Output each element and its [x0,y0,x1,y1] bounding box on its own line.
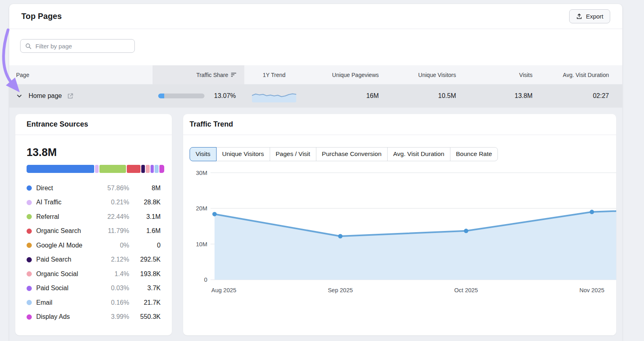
source-value: 193.8K [129,270,161,278]
source-color-dot [27,286,32,291]
source-color-dot [27,185,32,191]
external-link-icon[interactable] [67,93,74,100]
source-color-dot [27,300,32,305]
source-value: 292.5K [129,256,161,263]
tab-unique-visitors[interactable]: Unique Visitors [216,147,270,161]
source-row-direct: Direct57.86%8M [27,181,161,195]
sort-descending-icon [231,72,237,77]
column-header-page[interactable]: Page [9,72,153,78]
source-value: 3.1M [129,213,161,220]
entrance-sources-body: 13.8M Direct57.86%8MAI Traffic0.21%28.8K… [15,135,172,324]
search-icon [25,43,32,50]
svg-text:Aug 2025: Aug 2025 [211,287,236,293]
source-label: Referral [36,213,100,220]
tab-purchase-conversion[interactable]: Purchase Conversion [316,147,388,161]
source-row-paid-social: Paid Social0.03%3.7K [27,281,161,296]
column-header-avg-visit-duration[interactable]: Avg. Visit Duration [533,72,609,78]
entrance-sources-stacked-bar [27,165,161,173]
svg-text:30M: 30M [196,170,207,176]
source-color-dot [27,200,32,205]
bar-segment-paid-search [141,165,145,173]
column-header-visits[interactable]: Visits [456,72,533,78]
source-label: Paid Social [36,285,100,292]
source-percent: 22.44% [100,213,129,220]
source-color-dot [27,243,32,248]
source-row-display-ads: Display Ads3.99%550.3K [27,310,161,324]
column-header-unique-pageviews[interactable]: Unique Pageviews [304,72,379,78]
bar-segment-organic-social [146,165,150,173]
source-color-dot [27,257,32,262]
source-percent: 3.99% [100,313,129,320]
tab-bounce-rate[interactable]: Bounce Rate [450,147,498,161]
svg-text:Oct 2025: Oct 2025 [454,287,478,293]
source-percent: 57.86% [100,185,129,192]
svg-text:10M: 10M [196,241,207,247]
column-header-unique-visitors[interactable]: Unique Visitors [379,72,456,78]
source-percent: 0.03% [100,285,129,292]
traffic-share-bar-fill [158,94,164,98]
trend-sparkline-cell [244,89,304,102]
source-label: Email [36,299,100,306]
source-color-dot [27,271,32,277]
source-value: 0 [129,242,161,249]
source-row-paid-search: Paid Search2.12%292.5K [27,253,161,267]
page-title: Top Pages [21,12,62,21]
export-button[interactable]: Export [569,9,610,23]
svg-text:0: 0 [204,277,207,283]
unique-pageviews-value: 16M [304,92,379,100]
tab-avg-visit-duration[interactable]: Avg. Visit Duration [387,147,450,161]
svg-text:Nov 2025: Nov 2025 [579,287,604,293]
bar-segment-email [155,165,159,173]
source-value: 1.6M [129,227,161,235]
avg-visit-duration-value: 02:27 [533,92,609,100]
entrance-sources-panel: Entrance Sources 13.8M Direct57.86%8MAI … [15,114,172,335]
source-percent: 0.16% [100,299,129,306]
source-percent: 1.4% [100,270,129,278]
bar-segment-direct [27,165,94,173]
source-label: AI Traffic [36,199,100,206]
source-value: 21.7K [129,299,161,306]
page-cell: Home page [9,92,153,100]
chevron-down-icon[interactable] [16,93,23,99]
svg-text:20M: 20M [196,205,207,212]
table-row[interactable]: Home page 13.07% 16M 10.5M 13.8M 02:27 [9,84,622,108]
source-label: Paid Search [36,256,100,263]
source-value: 3.7K [129,285,161,292]
bar-segment-paid-social [151,165,154,173]
one-year-trend-sparkline [252,89,296,102]
unique-visitors-value: 10.5M [379,92,456,100]
entrance-sources-title: Entrance Sources [15,114,172,135]
tab-pages-visit[interactable]: Pages / Visit [270,147,316,161]
filter-input-wrapper[interactable] [20,39,135,53]
source-label: Organic Search [36,227,100,235]
page-name[interactable]: Home page [29,92,62,100]
metric-tabs: VisitsUnique VisitorsPages / VisitPurcha… [190,147,498,161]
filter-input[interactable] [35,43,130,50]
source-label: Display Ads [36,313,100,320]
tab-visits[interactable]: Visits [190,147,217,161]
source-label: Direct [36,185,100,192]
traffic-trend-body: VisitsUnique VisitorsPages / VisitPurcha… [183,135,616,298]
export-icon [576,13,582,20]
bar-segment-organic-search [127,165,140,173]
filter-row [9,29,622,65]
source-label: Organic Social [36,270,100,278]
source-color-dot [27,214,32,219]
traffic-trend-chart: 010M20M30MAug 2025Sep 2025Oct 2025Nov 20… [190,168,616,298]
traffic-share-cell: 13.07% [153,92,244,100]
table-header: Page Traffic Share 1Y Trend Unique Pagev… [9,65,622,84]
source-percent: 0.21% [100,199,129,206]
visits-value: 13.8M [456,92,533,100]
traffic-trend-panel: Traffic Trend VisitsUnique VisitorsPages… [183,114,616,335]
source-row-google-ai-mode: Google AI Mode0%0 [27,238,161,253]
column-header-1y-trend[interactable]: 1Y Trend [244,72,304,78]
source-row-organic-search: Organic Search11.79%1.6M [27,224,161,239]
expanded-row-section: Entrance Sources 13.8M Direct57.86%8MAI … [9,108,622,341]
source-value: 28.8K [129,199,161,206]
source-row-ai-traffic: AI Traffic0.21%28.8K [27,195,161,210]
source-color-dot [27,314,32,320]
source-percent: 2.12% [100,256,129,263]
column-header-traffic-share[interactable]: Traffic Share [153,65,244,84]
source-row-email: Email0.16%21.7K [27,295,161,310]
bar-segment-ai-traffic [95,165,99,173]
